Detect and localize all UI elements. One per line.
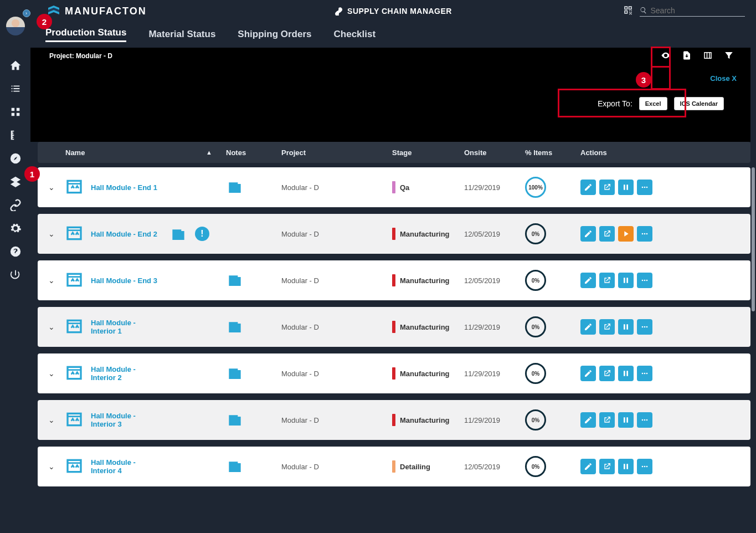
col-notes[interactable]: Notes [226,148,281,157]
edit-button[interactable] [580,273,596,288]
row-name-link[interactable]: Hall Module - Interior 2 [91,365,157,382]
row-project: Modular - D [281,230,392,238]
more-button[interactable] [637,412,652,428]
svg-point-17 [642,373,644,375]
more-button[interactable] [637,319,652,335]
row-name-link[interactable]: Hall Module - End 2 [91,230,157,238]
svg-point-3 [646,187,648,188]
export-excel-button[interactable]: Excel [639,97,667,110]
building-icon [226,270,244,290]
row-onsite-date: 12/05/2019 [464,463,525,471]
col-stage[interactable]: Stage [392,148,464,157]
filter-icon[interactable] [724,50,734,62]
search-input[interactable] [650,6,745,15]
help-icon[interactable] [9,245,22,258]
home-icon[interactable] [9,59,22,72]
more-button[interactable] [637,459,652,474]
expand-sidebar-chevron-icon[interactable]: › [23,9,30,17]
open-button[interactable] [599,412,615,428]
compass-icon[interactable] [9,152,22,165]
list-icon[interactable] [9,82,22,95]
svg-rect-0 [68,181,81,192]
row-name-link[interactable]: Hall Module - Interior 1 [91,319,157,335]
expand-row-chevron-icon[interactable]: ⌄ [38,462,65,471]
more-button[interactable] [637,180,652,195]
close-button[interactable]: Close X [710,74,737,83]
more-button[interactable] [637,366,652,381]
edit-button[interactable] [580,180,596,195]
tab-checklist[interactable]: Checklist [334,29,376,40]
expand-row-chevron-icon[interactable]: ⌄ [38,229,65,238]
table-row: ⌄ Hall Module - End 2! Modular - D Manuf… [38,214,750,254]
sort-asc-icon[interactable]: ▲ [206,149,212,156]
tab-material-status[interactable]: Material Status [148,29,215,40]
expand-row-chevron-icon[interactable]: ⌄ [38,416,65,424]
open-button[interactable] [599,459,615,474]
columns-icon[interactable] [703,50,713,62]
pause-button[interactable] [618,180,634,195]
pause-button[interactable] [618,412,634,428]
expand-row-chevron-icon[interactable]: ⌄ [38,276,65,285]
expand-row-chevron-icon[interactable]: ⌄ [38,322,65,331]
building-icon [226,177,244,197]
open-button[interactable] [599,273,615,288]
user-avatar[interactable] [6,17,25,35]
col-onsite[interactable]: Onsite [464,148,525,157]
edit-button[interactable] [580,226,596,242]
svg-point-22 [644,419,646,421]
pause-button[interactable] [618,273,634,288]
tab-production-status[interactable]: Production Status [45,27,126,42]
scrollbar-thumb[interactable] [752,167,755,311]
tab-shipping-orders[interactable]: Shipping Orders [238,29,311,40]
row-stage: Detailing [400,463,430,471]
row-onsite-date: 12/05/2019 [464,276,525,285]
row-stage: Manufacturing [400,230,450,238]
col-project[interactable]: Project [281,148,392,157]
pause-button[interactable] [618,319,634,335]
gear-icon[interactable] [9,222,22,235]
row-name-link[interactable]: Hall Module - End 1 [91,183,157,192]
eye-icon[interactable] [661,50,671,62]
col-name[interactable]: Name [65,148,85,157]
open-button[interactable] [599,366,615,381]
pause-button[interactable] [618,366,634,381]
avatar-wrap: › [6,17,25,35]
stage-color-bar [392,414,395,426]
more-button[interactable] [637,273,652,288]
layers-icon[interactable] [9,175,22,188]
module-box-icon [65,178,83,197]
open-button[interactable] [599,180,615,195]
row-name-link[interactable]: Hall Module - Interior 4 [91,458,157,475]
chain-icon [335,7,343,16]
edit-button[interactable] [580,412,596,428]
row-project: Modular - D [281,416,392,424]
search-box[interactable] [640,6,745,17]
expand-row-chevron-icon[interactable]: ⌄ [38,183,65,192]
svg-point-25 [642,466,644,468]
power-icon[interactable] [9,268,22,281]
stage-color-bar [392,321,395,333]
play-button[interactable] [618,226,634,242]
row-name-link[interactable]: Hall Module - End 3 [91,276,157,285]
col-items[interactable]: % Items [525,148,580,157]
module-box-icon [65,271,83,290]
edit-button[interactable] [580,319,596,335]
export-panel: Export To: Excel ICS Calendar [598,97,724,110]
export-ics-button[interactable]: ICS Calendar [674,97,724,110]
qr-icon[interactable] [623,5,633,17]
edit-button[interactable] [580,459,596,474]
ruler-icon[interactable] [9,129,22,142]
edit-button[interactable] [580,366,596,381]
assembly-icon[interactable] [9,105,22,119]
open-button[interactable] [599,226,615,242]
more-button[interactable] [637,226,652,242]
percent-ring: 0% [525,316,546,337]
open-button[interactable] [599,319,615,335]
stage-color-bar [392,274,395,286]
svg-point-26 [644,466,646,468]
row-name-link[interactable]: Hall Module - Interior 3 [91,412,157,428]
expand-row-chevron-icon[interactable]: ⌄ [38,369,65,378]
pause-button[interactable] [618,459,634,474]
export-icon[interactable] [682,50,692,62]
link-icon[interactable] [9,198,22,212]
